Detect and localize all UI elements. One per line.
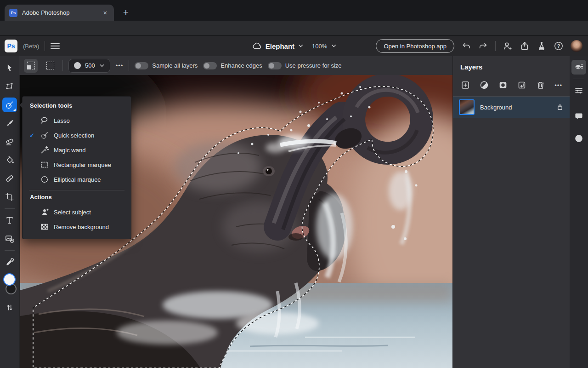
app-menu-button[interactable] [51,43,60,49]
elliptical-marquee-icon [40,175,49,184]
menu-item-magic-wand[interactable]: Magic wand [23,143,131,157]
type-tool-icon [5,215,15,225]
foreground-color-swatch[interactable] [3,273,16,286]
brush-tool-icon [5,118,15,128]
menu-item-elliptical-marquee[interactable]: Elliptical marquee [23,172,131,187]
crop-tool-icon [5,192,15,202]
action-select-subject[interactable]: Select subject [23,205,131,219]
use-pressure-toggle[interactable] [268,62,282,69]
paint-bucket-tool-icon [5,155,15,165]
account-avatar[interactable] [571,40,582,52]
menu-item-rectangular-marquee[interactable]: Rectangular marquee [23,157,131,172]
sliders-icon [574,86,583,95]
swap-arrows-icon [6,303,14,311]
menu-item-quick-selection[interactable]: ✓ Quick selection [23,128,131,143]
eraser-tool-icon [5,137,15,147]
photoshop-favicon: Ps [9,9,17,17]
layers-panel-title: Layers [453,56,570,71]
rail-adjustments-button[interactable] [571,83,586,98]
app-header: Ps (Beta) Elephant 100% Open in Photosho… [0,36,588,56]
browser-tab[interactable]: Ps Adobe Photoshop × [5,5,114,21]
layer-name: Background [480,104,551,111]
action-remove-background[interactable]: Remove background [23,219,131,234]
comment-icon [574,111,583,121]
tool-type[interactable] [2,213,17,228]
info-icon [574,134,583,143]
tool-eyedropper[interactable] [2,255,17,270]
brush-size-value: 500 [85,62,95,69]
layers-panel: Layers ••• Background [452,56,570,368]
add-layer-button[interactable] [460,80,470,90]
eyedropper-tool-icon [5,257,15,267]
adjustment-layer-button[interactable] [479,80,489,90]
brush-preview-icon [74,62,81,69]
color-swatches[interactable] [1,273,18,296]
selection-mode-add-button[interactable] [24,59,38,73]
layer-mask-button[interactable] [498,80,508,90]
tool-heal[interactable] [2,171,17,186]
panel-rail [570,56,588,368]
cloud-sync-icon [252,41,262,51]
invite-person-add-button[interactable] [503,41,513,51]
new-tab-button[interactable]: + [119,6,132,19]
undo-button[interactable] [461,41,471,51]
layer-lock-icon[interactable] [556,104,564,111]
move-tool-icon [5,63,15,73]
tool-quick-selection[interactable] [2,98,17,112]
share-export-button[interactable] [520,41,530,51]
tool-fill-bucket[interactable] [2,153,17,167]
more-options-button[interactable]: ••• [116,62,124,69]
rectangular-marquee-icon [40,160,49,169]
tool-move[interactable] [2,61,17,75]
actions-title: Actions [23,194,131,205]
rail-layers-button[interactable] [571,60,586,75]
zoom-level[interactable]: 100% [312,43,327,50]
enhance-edges-toggle[interactable] [203,62,217,69]
chevron-down-icon [99,63,105,69]
help-button[interactable]: ? [554,41,564,51]
quick-selection-icon [40,131,49,140]
sample-all-layers-toggle[interactable] [135,62,148,69]
chevron-down-icon[interactable] [331,43,336,49]
add-image-tool-icon [5,234,15,244]
beta-flask-button[interactable] [537,41,547,51]
selection-mode-subtract-button[interactable] [43,59,57,73]
tool-transform[interactable] [2,79,17,94]
brush-size-dropdown[interactable]: 500 [68,59,110,73]
transform-tool-icon [5,81,15,92]
menu-item-lasso[interactable]: Lasso [23,113,131,128]
magic-wand-icon [40,145,49,155]
healing-tool-icon [5,173,15,184]
layers-icon [574,63,583,72]
delete-layer-button[interactable] [536,80,546,90]
tool-crop[interactable] [2,190,17,204]
menu-title: Selection tools [23,102,131,113]
chevron-down-icon[interactable] [298,43,304,49]
rail-comments-button[interactable] [571,109,586,123]
layer-row-background[interactable]: Background [453,97,570,118]
tool-options-bar: 500 ••• Sample all layers Enhance edges … [19,56,452,75]
layer-thumbnail[interactable] [459,99,475,115]
tool-brush[interactable] [2,116,17,131]
photoshop-logo: Ps [5,40,17,52]
rail-info-button[interactable] [571,131,586,146]
beta-label: (Beta) [23,43,39,50]
quick-selection-tool-icon [5,100,15,110]
lasso-icon [40,116,49,125]
tab-close-button[interactable]: × [101,9,109,17]
tool-eraser[interactable] [2,134,17,149]
tab-title: Adobe Photoshop [22,9,96,16]
duplicate-layer-button[interactable] [517,80,527,90]
browser-tab-strip: Ps Adobe Photoshop × + [0,0,588,21]
selection-tools-menu: Selection tools Lasso ✓ Quick selection … [22,96,131,239]
swap-colors-button[interactable] [2,300,17,315]
tool-add-image[interactable] [2,231,17,246]
document-name[interactable]: Elephant [266,42,294,50]
layers-more-button[interactable]: ••• [554,82,562,89]
open-in-photoshop-app-button[interactable]: Open in Photoshop app [376,39,454,53]
remove-background-icon [40,222,49,231]
browser-toolbar: ← → https://photoshop.adobe.com [0,21,588,36]
redo-button[interactable] [478,41,488,51]
check-icon: ✓ [28,132,35,139]
svg-text:?: ? [557,43,560,49]
